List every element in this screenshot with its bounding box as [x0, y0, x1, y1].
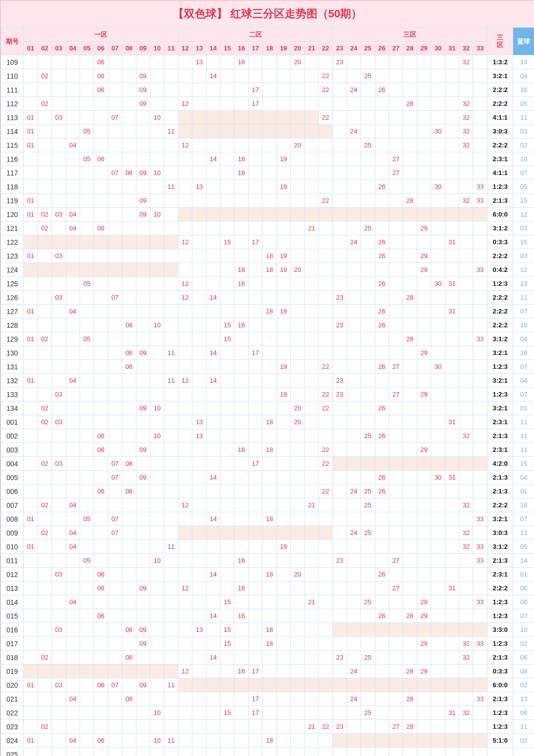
cell-19: [276, 166, 290, 180]
cell-29: [417, 69, 431, 83]
cell-23: 23: [333, 651, 347, 665]
table-row: 1241618192029330:4:212: [1, 263, 534, 277]
cell-28: [403, 443, 417, 457]
cell-21: [305, 318, 318, 332]
cell-11: 11: [164, 346, 178, 360]
cell-07: 07: [108, 111, 122, 125]
cell-32: 32: [459, 706, 473, 720]
cell-16: [234, 180, 248, 194]
cell-26: 26: [375, 485, 389, 498]
cell-13: [192, 208, 206, 222]
cell-12: [178, 208, 192, 222]
cell-20: [291, 277, 305, 291]
cell-32: [459, 443, 473, 457]
cell-08: [122, 706, 136, 720]
cell-23: [333, 360, 347, 374]
cell-18: [263, 665, 276, 678]
cell-01: [24, 595, 38, 609]
cell-10: [150, 443, 164, 457]
cell-30: [431, 415, 445, 429]
cell-15: [221, 346, 234, 360]
cell-25: [361, 692, 375, 706]
cell-06: [94, 498, 108, 512]
cell-23: [333, 734, 347, 748]
cell-07: [108, 637, 122, 651]
cell-15: [221, 277, 234, 291]
table-row: 1300809111417293:2:116: [1, 346, 534, 360]
cell-24: 24: [347, 485, 360, 498]
table-row: 0110510162327332:1:314: [1, 554, 534, 568]
cell-29: [417, 415, 431, 429]
cell-06: [94, 263, 108, 277]
cell-09: [136, 374, 150, 388]
cell-22: 22: [318, 443, 332, 457]
cell-23: [333, 332, 347, 346]
cell-17: [248, 678, 262, 692]
cell-25: [361, 457, 375, 471]
cell-27: [389, 498, 402, 512]
cell-06: 06: [94, 55, 108, 69]
cell-31: [445, 69, 459, 83]
cell-09: [136, 291, 150, 305]
cell-26: [375, 637, 389, 651]
cell-02: [38, 125, 51, 138]
cell-29: [417, 55, 431, 69]
cell-22: [318, 318, 332, 332]
ratio-cell: 6:0:0: [487, 678, 513, 692]
cell-14: 14: [206, 471, 220, 485]
cell-04: [66, 512, 80, 526]
cell-28: [403, 540, 417, 554]
cell-26: [375, 678, 389, 692]
cell-09: [136, 526, 150, 540]
cell-07: [108, 429, 122, 443]
cell-33: [473, 55, 487, 69]
ratio-cell: 1:2:3: [487, 360, 513, 374]
cell-31: 31: [445, 581, 459, 595]
cell-26: [375, 443, 389, 457]
cell-12: [178, 623, 192, 637]
cell-32: 32: [459, 125, 473, 138]
cell-24: [347, 318, 360, 332]
cell-17: 17: [248, 346, 262, 360]
cell-09: [136, 360, 150, 374]
cell-24: [347, 512, 360, 526]
cell-03: 03: [52, 568, 66, 581]
cell-06: 06: [94, 443, 108, 457]
cell-20: [291, 222, 305, 235]
ratio-cell: 3:2:1: [487, 346, 513, 360]
cell-22: [318, 568, 332, 581]
cell-33: [473, 526, 487, 540]
cell-15: [221, 291, 234, 305]
cell-21: [305, 249, 318, 263]
cell-28: [403, 734, 417, 748]
cell-22: [318, 609, 332, 623]
cell-06: [94, 125, 108, 138]
ratio-cell: 3:2:1: [487, 512, 513, 526]
cell-17: [248, 734, 262, 748]
cell-18: [263, 194, 276, 208]
cell-04: [66, 277, 80, 291]
cell-01: [24, 748, 38, 756]
cell-15: [221, 429, 234, 443]
cell-07: [108, 388, 122, 401]
cell-19: [276, 83, 290, 97]
col-num-11: 11: [164, 42, 178, 55]
cell-24: [347, 332, 360, 346]
cell-17: [248, 194, 262, 208]
cell-27: [389, 249, 402, 263]
cell-16: [234, 415, 248, 429]
cell-33: [473, 665, 487, 678]
blue-cell: 12: [513, 263, 534, 277]
cell-17: [248, 485, 262, 498]
cell-04: [66, 665, 80, 678]
cell-06: [94, 249, 108, 263]
cell-26: 26: [375, 235, 389, 249]
cell-33: [473, 291, 487, 305]
cell-20: [291, 360, 305, 374]
table-row: 1340209102022263:2:101: [1, 401, 534, 415]
cell-23: [333, 346, 347, 360]
table-row: 0170915182932331:2:302: [1, 637, 534, 651]
cell-05: 05: [80, 332, 93, 346]
cell-21: [305, 665, 318, 678]
cell-25: [361, 111, 375, 125]
